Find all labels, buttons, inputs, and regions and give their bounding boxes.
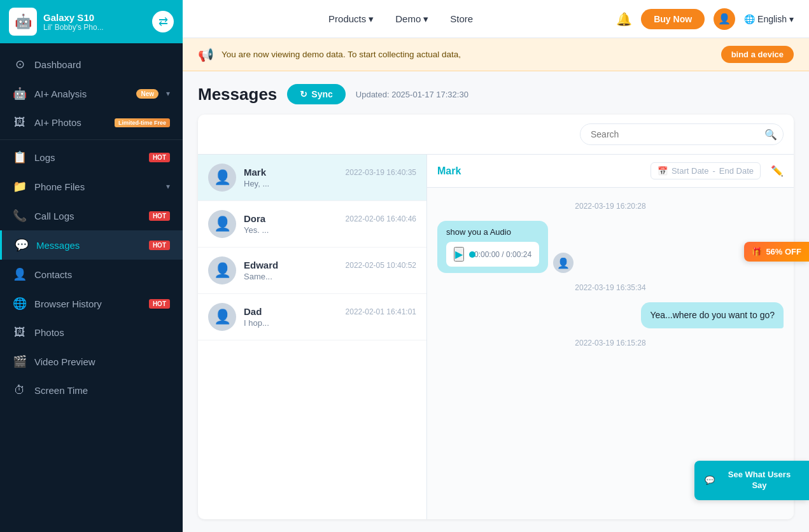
sidebar-item-contacts[interactable]: 👤 Contacts [0,260,183,289]
contacts-icon: 👤 [13,267,27,281]
conv-info: Dad 2022-02-01 16:41:01 I hop... [244,306,416,328]
demo-banner-text: You are now viewing demo data. To start … [222,50,714,59]
sidebar-item-call-logs[interactable]: 📞 Call Logs HOT [0,201,183,230]
conv-item-mark[interactable]: 👤 Mark 2022-03-19 16:40:35 Hey, ... [198,155,426,201]
users-say-label: See What Users Say [720,470,799,491]
browser-history-icon: 🌐 [13,297,27,311]
date-separator: - [712,166,715,176]
conv-preview: Hey, ... [244,179,416,188]
sidebar-item-messages[interactable]: 💬 Messages HOT [0,230,183,260]
avatar: 👤 [208,303,236,331]
audio-player: ▶ 0:00:00 / 0:00:24 [446,242,539,267]
conv-preview: Yes. ... [244,225,416,235]
sidebar-item-phone-files[interactable]: 📁 Phone Files ▾ [0,172,183,201]
search-input-wrap: 🔍 [580,123,784,145]
phone-files-icon: 📁 [13,179,27,193]
badge-new: New [136,89,158,99]
sidebar-item-photos[interactable]: 🖼 Photos [0,318,183,347]
sidebar-item-label: Photos [34,327,170,338]
avatar: 👤 [208,210,236,238]
conversation-list: 👤 Mark 2022-03-19 16:40:35 Hey, ... 👤 [198,155,427,519]
swap-icon[interactable]: ⇄ [152,11,174,32]
sidebar-item-video-preview[interactable]: 🎬 Video Preview [0,347,183,376]
end-date-label: End Date [719,166,754,176]
conv-time: 2022-03-19 16:40:35 [346,168,416,177]
message-bubble-sent: Yea...where do you want to go? [641,302,784,328]
conv-preview: Same... [244,272,416,281]
conv-info: Dora 2022-02-06 16:40:46 Yes. ... [244,213,416,235]
nav-demo[interactable]: Demo ▾ [388,10,436,29]
chat-panel-header: Mark 📅 Start Date - End Date ✏️ [427,155,794,188]
topnav: Products ▾ Demo ▾ Store 🔔 Buy Now 👤 🌐 En… [183,0,809,38]
conv-name-row: Mark 2022-03-19 16:40:35 [244,167,416,178]
gift-icon: 🎁 [752,247,762,256]
badge-hot: HOT [149,241,170,250]
badge-hot: HOT [149,211,170,221]
messages-header: Messages ↻ Sync Updated: 2025-01-17 17:3… [198,84,794,104]
sidebar-item-logs[interactable]: 📋 Logs HOT [0,143,183,172]
audio-progress-dot [469,251,475,258]
device-sub: Lil' Bobby's Pho... [43,23,146,32]
logs-icon: 📋 [13,150,27,164]
sidebar-item-ai-photos[interactable]: 🖼 AI+ Photos Limited-time Free [0,108,183,137]
promo-badge[interactable]: 🎁 56% OFF [744,242,809,262]
photos-icon: 🖼 [13,326,27,339]
edit-button[interactable]: ✏️ [771,165,784,177]
search-bar: 🔍 [198,115,794,155]
avatar: 👤 [208,256,236,284]
messages-container: 🔍 👤 Mark 2022-03-19 16:40:3 [198,115,794,519]
sidebar-item-label: Screen Time [34,385,170,396]
chevron-down-icon: ▾ [166,89,170,98]
conv-name: Mark [244,167,266,178]
conv-name: Edward [244,260,278,270]
chevron-down-icon: ▾ [166,182,170,191]
sidebar-item-screen-time[interactable]: ⏱ Screen Time [0,376,183,405]
message-timestamp: 2022-03-19 16:35:34 [437,283,784,292]
sidebar-item-browser-history[interactable]: 🌐 Browser History HOT [0,289,183,318]
conv-time: 2022-02-06 16:40:46 [346,214,416,223]
nav-products-label: Products [328,13,366,24]
date-filter[interactable]: 📅 Start Date - End Date [651,162,761,179]
sidebar-item-ai-analysis[interactable]: 🤖 AI+ Analysis New ▾ [0,79,183,108]
audio-time: 0:00:00 / 0:00:24 [474,250,531,259]
users-say-button[interactable]: 💬 See What Users Say [694,461,809,500]
bell-icon[interactable]: 🔔 [616,11,632,27]
conv-item-edward[interactable]: 👤 Edward 2022-02-05 10:40:52 Same... [198,248,426,294]
nav-store[interactable]: Store [442,10,481,28]
conv-name: Dad [244,306,262,317]
sync-button[interactable]: ↻ Sync [287,84,345,104]
promo-widget[interactable]: 🎁 56% OFF [744,242,809,262]
user-avatar[interactable]: 👤 [714,8,735,30]
conv-item-dora[interactable]: 👤 Dora 2022-02-06 16:40:46 Yes. ... [198,201,426,248]
buy-now-button[interactable]: Buy Now [641,9,705,29]
demo-banner: 📢 You are now viewing demo data. To star… [183,38,809,71]
promo-badge-label: 56% OFF [766,247,801,256]
conv-time: 2022-02-05 10:40:52 [346,261,416,270]
sidebar-item-dashboard[interactable]: ⊙ Dashboard [0,50,183,79]
search-button[interactable]: 🔍 [764,129,777,141]
updated-timestamp: Updated: 2025-01-17 17:32:30 [356,90,468,99]
device-icon: 🤖 [9,8,37,36]
language-selector[interactable]: 🌐 English ▾ [744,14,794,24]
search-input[interactable] [580,123,784,145]
sidebar: 🤖 Galaxy S10 Lil' Bobby's Pho... ⇄ ⊙ Das… [0,0,183,532]
sidebar-item-label: Browser History [34,298,139,309]
audio-message-bubble: show you a Audio ▶ 0:00:00 / 0:00:24 [437,221,548,273]
badge-limited-time: Limited-time Free [115,118,170,127]
conv-item-dad[interactable]: 👤 Dad 2022-02-01 16:41:01 I hop... [198,294,426,340]
sidebar-item-label: Logs [34,152,139,163]
chevron-down-icon: ▾ [369,13,374,25]
sidebar-menu: ⊙ Dashboard 🤖 AI+ Analysis New ▾ 🖼 AI+ P… [0,43,183,532]
globe-icon: 🌐 [744,14,755,24]
chat-icon: 💬 [705,475,715,486]
bind-device-button[interactable]: bind a device [721,46,794,63]
badge-hot: HOT [149,153,170,162]
nav-store-label: Store [450,13,473,24]
device-name: Galaxy S10 [43,12,146,23]
sidebar-header: 🤖 Galaxy S10 Lil' Bobby's Pho... ⇄ [0,0,183,43]
nav-products[interactable]: Products ▾ [321,10,381,29]
play-button[interactable]: ▶ [454,247,464,262]
audio-label: show you a Audio [446,227,539,237]
avatar: 👤 [553,253,573,273]
message-row-sent: Yea...where do you want to go? [437,302,784,328]
